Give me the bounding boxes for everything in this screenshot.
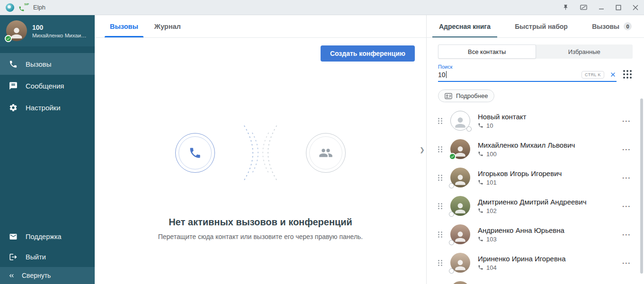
app-window: SIP Elph bbox=[0, 0, 644, 284]
sidebar-item-label: Поддержка bbox=[26, 233, 62, 240]
tab-journal[interactable]: Журнал bbox=[146, 15, 189, 37]
contact-number: 100 bbox=[478, 151, 575, 158]
calls-count-badge: 0 bbox=[624, 22, 632, 30]
tab-address-book[interactable]: Адресная книга bbox=[432, 15, 497, 37]
user-avatar bbox=[6, 20, 27, 41]
collapse-sidebar-button[interactable]: Свернуть bbox=[0, 267, 95, 284]
tab-speed-dial[interactable]: Быстрый набор bbox=[508, 15, 574, 37]
app-logo-icon bbox=[6, 3, 14, 12]
status-ring-icon bbox=[449, 268, 454, 274]
status-ring-icon bbox=[466, 126, 472, 132]
collapse-panel-handle[interactable]: ❯ bbox=[419, 143, 426, 156]
contact-menu-button[interactable]: ⋯ bbox=[620, 145, 633, 154]
tab-calls-right[interactable]: Вызовы 0 bbox=[585, 15, 638, 37]
drag-handle-icon[interactable] bbox=[438, 231, 442, 238]
search-label: Поиск bbox=[438, 64, 617, 70]
drag-handle-icon[interactable] bbox=[438, 175, 442, 181]
conference-circle-icon bbox=[306, 133, 346, 173]
contact-number: 101 bbox=[478, 179, 562, 186]
contact-row[interactable]: Михайленко Михаил Львович100⋯ bbox=[438, 135, 633, 163]
avatar bbox=[450, 139, 470, 159]
collapse-label: Свернуть bbox=[22, 272, 51, 279]
segment-all-contacts[interactable]: Все контакты bbox=[438, 44, 536, 59]
display-icon[interactable] bbox=[580, 4, 587, 10]
maximize-icon[interactable] bbox=[616, 5, 621, 10]
avatar bbox=[450, 281, 470, 284]
details-button[interactable]: Подробнее bbox=[438, 89, 494, 102]
sidebar-item-messages[interactable]: Сообщения bbox=[0, 75, 95, 97]
scrollbar-thumb[interactable] bbox=[640, 98, 643, 274]
contact-number: 10 bbox=[478, 122, 526, 129]
sidebar-item-label: Вызовы bbox=[26, 60, 52, 68]
contact-menu-button[interactable]: ⋯ bbox=[620, 258, 633, 267]
app-title: Elph bbox=[33, 4, 45, 11]
tab-label: Журнал bbox=[154, 23, 181, 30]
text-caret bbox=[446, 71, 447, 78]
sip-label: SIP bbox=[24, 3, 29, 6]
empty-state-title: Нет активных вызовов и конференций bbox=[169, 217, 352, 228]
titlebar: SIP Elph bbox=[0, 0, 644, 15]
contact-row[interactable]: Игорьков Игорь Игоревич101⋯ bbox=[438, 163, 633, 192]
close-icon[interactable] bbox=[633, 5, 638, 10]
sidebar-item-settings[interactable]: Настройки bbox=[0, 97, 95, 118]
contact-row[interactable]: Новый контакт10⋯ bbox=[438, 106, 633, 135]
sip-phone-icon: SIP bbox=[18, 3, 29, 12]
tab-label: Быстрый набор bbox=[515, 23, 568, 30]
waves-icon bbox=[240, 117, 281, 188]
right-tabbar: Адресная книга Быстрый набор Вызовы 0 bbox=[427, 15, 644, 38]
contact-menu-button[interactable]: ⋯ bbox=[620, 202, 633, 211]
contact-menu-button[interactable]: ⋯ bbox=[620, 116, 633, 125]
contact-number: 103 bbox=[478, 236, 564, 243]
sidebar-item-logout[interactable]: Выйти bbox=[0, 247, 95, 267]
tab-label: Вызовы bbox=[592, 23, 619, 30]
drag-handle-icon[interactable] bbox=[438, 146, 442, 152]
contact-number: 102 bbox=[478, 207, 587, 214]
contact-menu-button[interactable]: ⋯ bbox=[620, 173, 633, 182]
minimize-icon[interactable] bbox=[599, 5, 604, 10]
status-ring-icon bbox=[449, 183, 454, 188]
tab-label: Вызовы bbox=[110, 23, 138, 30]
contact-row[interactable]: Ириненко Ирина Игоревна104⋯ bbox=[438, 248, 633, 277]
avatar bbox=[450, 224, 470, 244]
details-button-label: Подробнее bbox=[456, 92, 488, 99]
contact-menu-button[interactable]: ⋯ bbox=[620, 230, 633, 239]
user-name: Михайленко Михаи… bbox=[32, 33, 87, 38]
contact-list: Новый контакт10⋯Михайленко Михаил Львови… bbox=[438, 106, 633, 284]
segment-favorites[interactable]: Избранные bbox=[536, 44, 633, 59]
contact-name: Андриенко Анна Юрьевна bbox=[478, 226, 564, 234]
drag-handle-icon[interactable] bbox=[438, 118, 442, 124]
dialpad-icon[interactable] bbox=[623, 70, 633, 80]
empty-state: Нет активных вызовов и конференций Перет… bbox=[95, 117, 426, 240]
sidebar-item-label: Сообщения bbox=[26, 82, 64, 90]
sidebar-item-support[interactable]: Поддержка bbox=[0, 226, 95, 247]
contact-name: Новый контакт bbox=[478, 113, 526, 121]
sidebar: 100 Михайленко Михаи… Вызовы Сообщения Н… bbox=[0, 15, 95, 284]
call-circle-icon bbox=[175, 133, 215, 173]
right-panel: Адресная книга Быстрый набор Вызовы 0 Вс… bbox=[427, 15, 644, 284]
status-ring-icon bbox=[449, 240, 454, 245]
shortcut-hint: CTRL K bbox=[581, 71, 604, 79]
user-profile: 100 Михайленко Михаи… bbox=[0, 15, 95, 46]
avatar bbox=[450, 253, 470, 273]
contact-row[interactable]: Дмитриенко Дмитрий Андреевич102⋯ bbox=[438, 192, 633, 220]
drag-handle-icon[interactable] bbox=[438, 260, 442, 266]
search-input[interactable]: Поиск 10 CTRL K bbox=[438, 64, 617, 82]
avatar bbox=[450, 196, 470, 216]
clear-search-icon[interactable] bbox=[609, 71, 617, 78]
sidebar-item-label: Настройки bbox=[26, 104, 61, 112]
search-value: 10 bbox=[438, 71, 446, 79]
pin-icon[interactable] bbox=[563, 4, 569, 10]
contact-name: Дмитриенко Дмитрий Андреевич bbox=[478, 198, 587, 206]
tab-calls[interactable]: Вызовы bbox=[102, 15, 146, 37]
contact-name: Игорьков Игорь Игоревич bbox=[478, 169, 562, 178]
contact-row[interactable]: Андриенко Анна Юрьевна103⋯ bbox=[438, 220, 633, 248]
status-online-icon bbox=[5, 35, 12, 42]
sidebar-item-label: Выйти bbox=[26, 253, 46, 261]
sidebar-item-calls[interactable]: Вызовы bbox=[0, 53, 95, 75]
contact-row[interactable]: Петренко Пётр Петрович⋯ bbox=[438, 277, 633, 284]
create-conference-button[interactable]: Создать конференцию bbox=[321, 45, 415, 62]
status-online-icon bbox=[449, 153, 456, 160]
status-ring-icon bbox=[449, 212, 454, 217]
avatar bbox=[450, 111, 470, 131]
drag-handle-icon[interactable] bbox=[438, 203, 442, 209]
